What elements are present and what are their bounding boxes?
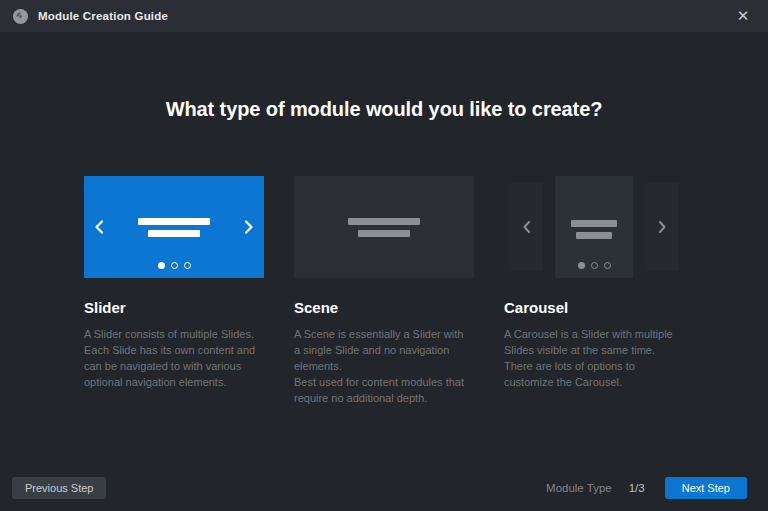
footer-right-group: Module Type 1/3 Next Step — [546, 477, 747, 499]
carousel-prev-arrow-icon — [523, 221, 530, 233]
carousel-center-panel — [555, 176, 633, 278]
carousel-left-panel — [509, 183, 543, 271]
page-title: What type of module would you like to cr… — [0, 98, 768, 121]
option-carousel-description: A Carousel is a Slider with multiple Sli… — [504, 326, 684, 390]
close-icon[interactable]: ✕ — [732, 5, 754, 27]
option-carousel: Carousel A Carousel is a Slider with mul… — [504, 176, 684, 406]
option-slider: Slider A Slider consists of multiple Sli… — [84, 176, 264, 406]
carousel-text-placeholder — [555, 220, 633, 239]
option-carousel-title: Carousel — [504, 299, 684, 316]
option-scene: Scene A Scene is essentially a Slider wi… — [294, 176, 474, 406]
scene-text-placeholder — [294, 218, 474, 237]
slider-bullet-dots — [84, 262, 264, 269]
footer-bar: Previous Step Module Type 1/3 Next Step — [0, 477, 768, 499]
carousel-bullet-dots — [555, 262, 633, 269]
module-creation-dialog: Module Creation Guide ✕ What type of mod… — [0, 0, 768, 511]
option-slider-description: A Slider consists of multiple Slides. Ea… — [84, 326, 264, 390]
option-scene-title: Scene — [294, 299, 474, 316]
scene-card[interactable] — [294, 176, 474, 278]
carousel-card[interactable] — [504, 176, 684, 278]
dialog-title: Module Creation Guide — [38, 10, 168, 22]
smart-slider-logo-icon — [12, 8, 29, 25]
step-name-label: Module Type — [546, 482, 612, 494]
module-type-options: Slider A Slider consists of multiple Sli… — [84, 176, 684, 406]
option-slider-title: Slider — [84, 299, 264, 316]
option-scene-description: A Scene is essentially a Slider with a s… — [294, 326, 474, 406]
slider-text-placeholder — [84, 218, 264, 237]
carousel-next-arrow-icon — [659, 221, 666, 233]
step-counter: 1/3 — [629, 482, 645, 494]
header-bar: Module Creation Guide ✕ — [0, 0, 768, 32]
next-step-button[interactable]: Next Step — [665, 477, 747, 499]
carousel-right-panel — [645, 183, 679, 271]
previous-step-button[interactable]: Previous Step — [12, 477, 106, 499]
slider-card[interactable] — [84, 176, 264, 278]
